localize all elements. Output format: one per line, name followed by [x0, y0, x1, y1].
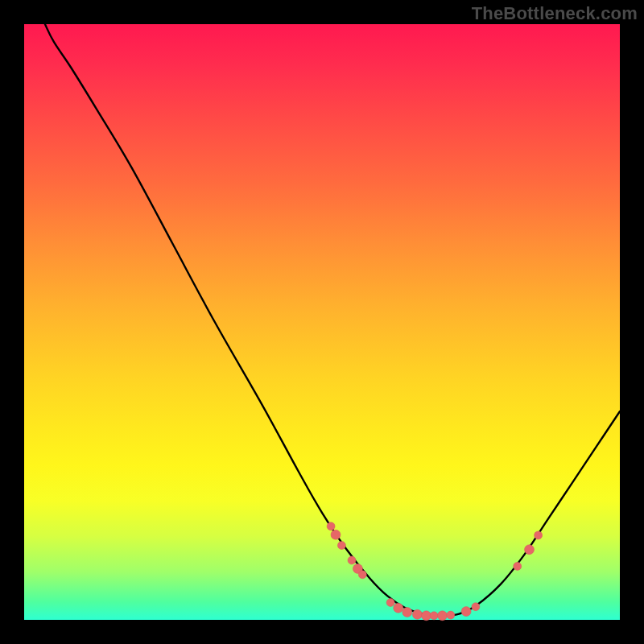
- chart-overlay: [24, 24, 620, 620]
- data-point: [327, 522, 335, 530]
- data-point: [430, 612, 438, 620]
- data-point: [422, 611, 431, 621]
- data-point: [461, 607, 471, 617]
- data-point: [386, 599, 394, 607]
- watermark-text: TheBottleneck.com: [472, 3, 638, 24]
- data-point: [525, 545, 535, 555]
- data-point: [331, 530, 341, 539]
- data-point: [348, 556, 356, 564]
- data-point: [514, 562, 522, 570]
- data-point: [337, 542, 345, 550]
- data-point: [472, 603, 480, 611]
- data-point: [402, 607, 412, 617]
- data-point: [358, 571, 366, 579]
- data-point: [438, 611, 448, 621]
- data-point: [412, 609, 422, 619]
- data-point: [394, 603, 403, 613]
- data-points-group: [327, 522, 542, 621]
- data-point: [447, 611, 455, 619]
- chart-frame: TheBottleneck.com: [0, 0, 644, 644]
- plot-area: [24, 24, 620, 620]
- data-point: [535, 531, 543, 539]
